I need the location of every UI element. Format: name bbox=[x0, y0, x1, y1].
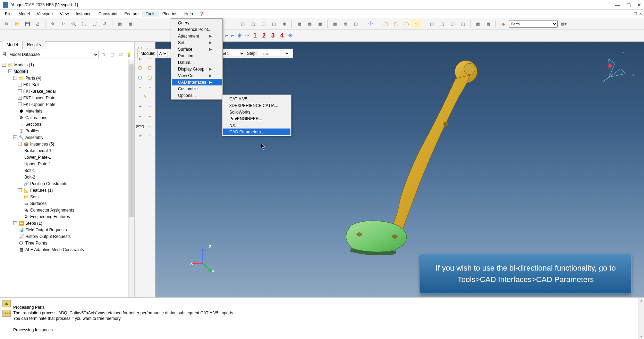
tree-bolt-1[interactable]: Bolt-1 bbox=[24, 168, 35, 173]
select-icon[interactable]: ↖ bbox=[412, 19, 421, 28]
pan-icon[interactable]: ✥ bbox=[48, 19, 57, 28]
tree-steps[interactable]: Steps (1) bbox=[25, 221, 42, 226]
console-output[interactable]: Processing Parts The translation process… bbox=[13, 298, 638, 339]
info-icon[interactable]: ⓘ bbox=[366, 19, 375, 28]
menu-viewport[interactable]: Viewport bbox=[33, 11, 56, 17]
menu-model[interactable]: Model bbox=[15, 11, 33, 17]
tree-scrollbar[interactable] bbox=[128, 60, 134, 297]
print-icon[interactable]: 🖨 bbox=[33, 19, 42, 28]
menu-set[interactable]: Set▶ bbox=[172, 39, 222, 46]
shade4-icon[interactable]: ▢ bbox=[269, 19, 278, 28]
submenu-catia-v5[interactable]: CATIA V5... bbox=[223, 96, 290, 102]
tree-field-output[interactable]: Field Output Requests bbox=[25, 228, 67, 232]
model-tree[interactable]: −📁Models (1) −Model-1 −📁Parts (4) +FKT-B… bbox=[0, 60, 134, 254]
console-cli-icon[interactable]: >>> bbox=[2, 310, 11, 317]
tree-connector[interactable]: Connector Assignments bbox=[30, 208, 74, 213]
coord-num-4[interactable]: 4 bbox=[279, 32, 285, 39]
submenu-3dexperience-catia[interactable]: 3DEXPERIENCE CATIA... bbox=[223, 102, 290, 109]
shade2-icon[interactable]: ▢ bbox=[248, 19, 257, 28]
coord-num-3[interactable]: 3 bbox=[270, 32, 276, 39]
tool-6[interactable]: ⌐ bbox=[145, 83, 154, 92]
layer-icon[interactable]: ▤ bbox=[341, 19, 350, 28]
tree-profiles[interactable]: Profiles bbox=[25, 129, 39, 133]
vis4-icon[interactable]: ▢ bbox=[458, 19, 467, 28]
db-tag-icon[interactable]: 🏷 bbox=[117, 51, 124, 58]
menu-constraint[interactable]: Constraint bbox=[95, 11, 121, 17]
box-icon[interactable]: ▢ bbox=[351, 19, 360, 28]
db-bulb-icon[interactable]: 💡 bbox=[125, 51, 132, 58]
submenu-proengineer[interactable]: Pro/ENGINEER... bbox=[223, 115, 290, 122]
tool-9[interactable]: ⌐ bbox=[145, 102, 154, 111]
axis-icon-2[interactable]: ⌐ bbox=[231, 33, 234, 39]
tool-15[interactable]: ⊹ bbox=[145, 131, 154, 140]
menu-attachment[interactable]: Attachment▶ bbox=[172, 33, 222, 39]
tool-2[interactable]: ▢ bbox=[145, 63, 154, 72]
tool-5[interactable]: ⌐ bbox=[136, 83, 145, 92]
console-scrollbar[interactable]: ▲▼ bbox=[638, 298, 644, 339]
database-selector[interactable]: Model Database bbox=[8, 51, 99, 58]
tree-time-points[interactable]: Time Points bbox=[25, 241, 47, 246]
menu-query[interactable]: Query... bbox=[172, 19, 222, 26]
grid3-icon[interactable]: ▦ bbox=[330, 19, 339, 28]
vis2-icon[interactable]: ▢ bbox=[438, 19, 447, 28]
parts-selector[interactable]: Parts bbox=[509, 20, 558, 28]
menu-help[interactable]: Help bbox=[181, 11, 196, 17]
tree-history-output[interactable]: History Output Requests bbox=[25, 234, 71, 239]
tool-12[interactable]: (XYZ) bbox=[136, 122, 145, 131]
color-icon[interactable]: ◆ bbox=[499, 19, 508, 28]
mdi-restore[interactable]: ❐ bbox=[634, 12, 637, 16]
tree-instances[interactable]: Instances (5) bbox=[30, 142, 54, 147]
vis3-icon[interactable]: ▢ bbox=[448, 19, 457, 28]
tree-fkt-brake[interactable]: FKT-Brake_pedal bbox=[23, 89, 56, 94]
persp1-icon[interactable]: ▦ bbox=[295, 19, 304, 28]
tree-materials[interactable]: Materials bbox=[25, 109, 42, 114]
minimize-button[interactable]: — bbox=[615, 2, 620, 8]
menu-cad-interfaces[interactable]: CAD Interfaces▶ bbox=[172, 79, 222, 85]
tree-parts[interactable]: Parts (4) bbox=[25, 76, 41, 81]
tool-3[interactable]: ▢ bbox=[136, 73, 145, 82]
assy1-icon[interactable]: ▦ bbox=[473, 19, 482, 28]
tool-4[interactable]: ◯ bbox=[145, 73, 154, 82]
menu-tools[interactable]: Tools bbox=[142, 11, 159, 17]
axis-icon-1[interactable]: ⌐ bbox=[225, 33, 228, 39]
coord-num-2[interactable]: 2 bbox=[261, 32, 267, 39]
axis-icon-4[interactable]: ⊹ bbox=[245, 32, 249, 39]
menu-plugins[interactable]: Plug-ins bbox=[159, 11, 181, 17]
fit-icon[interactable]: ⛶ bbox=[90, 19, 99, 28]
circle2-icon[interactable]: ◯ bbox=[391, 19, 400, 28]
tree-fkt-bolt[interactable]: FKT-Bolt bbox=[23, 82, 40, 87]
tool-13[interactable]: ⊹ bbox=[145, 122, 154, 131]
tree-surfaces[interactable]: Surfaces bbox=[30, 201, 46, 206]
compass[interactable]: z y bbox=[595, 52, 630, 87]
maximize-button[interactable]: ▢ bbox=[626, 2, 631, 8]
grid-icon[interactable]: ▦ bbox=[115, 19, 124, 28]
db-filter-icon[interactable]: ⇅ bbox=[100, 51, 107, 58]
tool-8[interactable]: ✦ bbox=[136, 102, 145, 111]
tree-eng-features[interactable]: Engineering Features bbox=[30, 214, 70, 219]
menu-view-cut[interactable]: View Cut▶ bbox=[172, 72, 222, 79]
menu-surface[interactable]: Surface▶ bbox=[172, 46, 222, 52]
tree-fkt-lower[interactable]: FKT-Lower_Plate bbox=[23, 96, 56, 100]
submenu-cad-parameters[interactable]: CAD Parameters... bbox=[223, 129, 290, 135]
3d-viewport[interactable]: Z X Y z y If you wish to use the bi-dire… bbox=[155, 42, 644, 297]
tool-7[interactable]: ✎ bbox=[141, 92, 150, 101]
new-file-icon[interactable]: 🗎 bbox=[2, 19, 11, 28]
tree-calibrations[interactable]: Calibrations bbox=[25, 115, 47, 120]
tree-features[interactable]: Features (1) bbox=[30, 188, 53, 193]
mdi-minimize[interactable]: — bbox=[628, 12, 632, 16]
menu-view[interactable]: View bbox=[57, 11, 73, 17]
zoom-box-icon[interactable]: ⛶ bbox=[79, 19, 88, 28]
menu-options[interactable]: Options... bbox=[172, 92, 222, 99]
tree-sections[interactable]: Sections bbox=[25, 122, 41, 127]
persp3-icon[interactable]: ▦ bbox=[315, 19, 324, 28]
tree-models[interactable]: Models (1) bbox=[14, 63, 34, 67]
tool-10[interactable]: ⌐ bbox=[136, 112, 145, 121]
cycle-icon[interactable]: ⇵ bbox=[100, 19, 109, 28]
tab-results[interactable]: Results bbox=[23, 41, 45, 49]
menu-partition[interactable]: Partition... bbox=[172, 52, 222, 59]
shade3-icon[interactable]: ▢ bbox=[259, 19, 268, 28]
menu-customize[interactable]: Customize... bbox=[172, 85, 222, 92]
tree-fkt-upper[interactable]: FKT-Upper_Plate bbox=[23, 102, 56, 107]
submenu-nx[interactable]: NX... bbox=[223, 122, 290, 129]
step-selector[interactable]: Initial bbox=[259, 50, 290, 57]
